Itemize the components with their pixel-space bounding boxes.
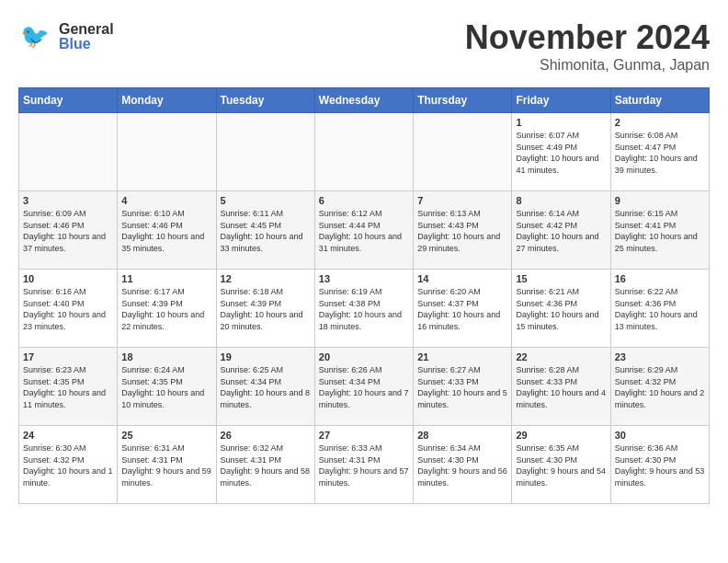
day-number: 5 [221, 195, 311, 206]
day-details: Sunrise: 6:12 AM Sunset: 4:44 PM Dayligh… [319, 208, 409, 254]
calendar-cell [414, 113, 512, 191]
calendar-cell: 8Sunrise: 6:14 AM Sunset: 4:42 PM Daylig… [512, 191, 610, 270]
calendar-cell: 23Sunrise: 6:29 AM Sunset: 4:32 PM Dayli… [610, 348, 709, 426]
calendar-cell: 15Sunrise: 6:21 AM Sunset: 4:36 PM Dayli… [512, 270, 610, 348]
day-header-thursday: Thursday [414, 88, 512, 113]
page-header: 🐦 General Blue November 2024 Shimonita, … [18, 18, 710, 74]
calendar-cell [118, 113, 216, 191]
page-container: 🐦 General Blue November 2024 Shimonita, … [0, 0, 728, 513]
calendar-cell: 12Sunrise: 6:18 AM Sunset: 4:39 PM Dayli… [216, 270, 314, 348]
logo-label: General Blue [59, 22, 114, 52]
calendar-cell: 2Sunrise: 6:08 AM Sunset: 4:47 PM Daylig… [610, 113, 709, 191]
calendar-subtitle: Shimonita, Gunma, Japan [465, 57, 710, 74]
day-number: 17 [23, 351, 113, 362]
day-details: Sunrise: 6:24 AM Sunset: 4:35 PM Dayligh… [121, 364, 211, 410]
day-details: Sunrise: 6:07 AM Sunset: 4:49 PM Dayligh… [516, 130, 606, 176]
day-number: 10 [23, 273, 113, 284]
day-number: 24 [23, 430, 113, 441]
day-number: 8 [516, 195, 606, 206]
calendar-cell: 6Sunrise: 6:12 AM Sunset: 4:44 PM Daylig… [314, 191, 413, 270]
title-block: November 2024 Shimonita, Gunma, Japan [465, 18, 710, 74]
day-header-wednesday: Wednesday [314, 88, 413, 113]
day-number: 12 [221, 273, 311, 284]
day-details: Sunrise: 6:31 AM Sunset: 4:31 PM Dayligh… [121, 442, 211, 488]
day-number: 13 [319, 273, 409, 284]
calendar-cell: 28Sunrise: 6:34 AM Sunset: 4:30 PM Dayli… [414, 426, 512, 504]
day-header-monday: Monday [118, 88, 216, 113]
day-details: Sunrise: 6:14 AM Sunset: 4:42 PM Dayligh… [516, 208, 606, 254]
day-details: Sunrise: 6:26 AM Sunset: 4:34 PM Dayligh… [319, 364, 409, 410]
day-details: Sunrise: 6:28 AM Sunset: 4:33 PM Dayligh… [516, 364, 606, 410]
calendar-body: 1Sunrise: 6:07 AM Sunset: 4:49 PM Daylig… [19, 113, 710, 504]
day-details: Sunrise: 6:20 AM Sunset: 4:37 PM Dayligh… [417, 286, 507, 332]
day-details: Sunrise: 6:29 AM Sunset: 4:32 PM Dayligh… [615, 364, 705, 410]
calendar-week-3: 10Sunrise: 6:16 AM Sunset: 4:40 PM Dayli… [19, 270, 710, 348]
day-details: Sunrise: 6:25 AM Sunset: 4:34 PM Dayligh… [221, 364, 311, 410]
calendar-cell: 9Sunrise: 6:15 AM Sunset: 4:41 PM Daylig… [610, 191, 709, 270]
calendar-cell: 5Sunrise: 6:11 AM Sunset: 4:45 PM Daylig… [216, 191, 314, 270]
logo-blue-text: Blue [59, 37, 114, 52]
day-header-sunday: Sunday [19, 88, 118, 113]
calendar-cell: 18Sunrise: 6:24 AM Sunset: 4:35 PM Dayli… [118, 348, 216, 426]
calendar-cell: 26Sunrise: 6:32 AM Sunset: 4:31 PM Dayli… [216, 426, 314, 504]
day-number: 16 [615, 273, 705, 284]
day-number: 20 [319, 351, 409, 362]
calendar-cell: 25Sunrise: 6:31 AM Sunset: 4:31 PM Dayli… [118, 426, 216, 504]
day-number: 25 [121, 430, 211, 441]
calendar-cell: 1Sunrise: 6:07 AM Sunset: 4:49 PM Daylig… [512, 113, 610, 191]
day-number: 23 [615, 351, 705, 362]
day-number: 27 [319, 430, 409, 441]
day-number: 9 [615, 195, 705, 206]
day-number: 28 [417, 430, 507, 441]
day-details: Sunrise: 6:18 AM Sunset: 4:39 PM Dayligh… [221, 286, 311, 332]
calendar-cell: 24Sunrise: 6:30 AM Sunset: 4:32 PM Dayli… [19, 426, 118, 504]
day-number: 1 [516, 117, 606, 128]
day-details: Sunrise: 6:23 AM Sunset: 4:35 PM Dayligh… [23, 364, 113, 410]
day-details: Sunrise: 6:08 AM Sunset: 4:47 PM Dayligh… [615, 130, 705, 176]
calendar-cell [19, 113, 118, 191]
day-details: Sunrise: 6:35 AM Sunset: 4:30 PM Dayligh… [516, 442, 606, 488]
day-details: Sunrise: 6:11 AM Sunset: 4:45 PM Dayligh… [221, 208, 311, 254]
calendar-cell: 19Sunrise: 6:25 AM Sunset: 4:34 PM Dayli… [216, 348, 314, 426]
calendar-week-4: 17Sunrise: 6:23 AM Sunset: 4:35 PM Dayli… [19, 348, 710, 426]
day-details: Sunrise: 6:13 AM Sunset: 4:43 PM Dayligh… [417, 208, 507, 254]
day-header-friday: Friday [512, 88, 610, 113]
days-header-row: SundayMondayTuesdayWednesdayThursdayFrid… [19, 88, 710, 113]
day-details: Sunrise: 6:33 AM Sunset: 4:31 PM Dayligh… [319, 442, 409, 488]
calendar-cell [216, 113, 314, 191]
day-details: Sunrise: 6:19 AM Sunset: 4:38 PM Dayligh… [319, 286, 409, 332]
day-details: Sunrise: 6:21 AM Sunset: 4:36 PM Dayligh… [516, 286, 606, 332]
day-number: 30 [615, 430, 705, 441]
day-details: Sunrise: 6:16 AM Sunset: 4:40 PM Dayligh… [23, 286, 113, 332]
day-number: 22 [516, 351, 606, 362]
day-header-saturday: Saturday [610, 88, 709, 113]
day-header-tuesday: Tuesday [216, 88, 314, 113]
day-details: Sunrise: 6:30 AM Sunset: 4:32 PM Dayligh… [23, 442, 113, 488]
day-number: 15 [516, 273, 606, 284]
calendar-cell: 13Sunrise: 6:19 AM Sunset: 4:38 PM Dayli… [314, 270, 413, 348]
calendar-week-5: 24Sunrise: 6:30 AM Sunset: 4:32 PM Dayli… [19, 426, 710, 504]
day-number: 3 [23, 195, 113, 206]
calendar-cell: 17Sunrise: 6:23 AM Sunset: 4:35 PM Dayli… [19, 348, 118, 426]
day-number: 18 [121, 351, 211, 362]
svg-text:🐦: 🐦 [20, 22, 50, 51]
day-number: 4 [121, 195, 211, 206]
logo: 🐦 General Blue [18, 18, 114, 55]
calendar-header: SundayMondayTuesdayWednesdayThursdayFrid… [19, 88, 710, 113]
day-details: Sunrise: 6:15 AM Sunset: 4:41 PM Dayligh… [615, 208, 705, 254]
calendar-cell: 16Sunrise: 6:22 AM Sunset: 4:36 PM Dayli… [610, 270, 709, 348]
calendar-cell: 27Sunrise: 6:33 AM Sunset: 4:31 PM Dayli… [314, 426, 413, 504]
calendar-cell: 14Sunrise: 6:20 AM Sunset: 4:37 PM Dayli… [414, 270, 512, 348]
day-details: Sunrise: 6:22 AM Sunset: 4:36 PM Dayligh… [615, 286, 705, 332]
calendar-cell: 4Sunrise: 6:10 AM Sunset: 4:46 PM Daylig… [118, 191, 216, 270]
day-number: 14 [417, 273, 507, 284]
calendar-cell: 11Sunrise: 6:17 AM Sunset: 4:39 PM Dayli… [118, 270, 216, 348]
calendar-table: SundayMondayTuesdayWednesdayThursdayFrid… [18, 87, 710, 504]
calendar-cell: 10Sunrise: 6:16 AM Sunset: 4:40 PM Dayli… [19, 270, 118, 348]
day-number: 29 [516, 430, 606, 441]
calendar-cell: 22Sunrise: 6:28 AM Sunset: 4:33 PM Dayli… [512, 348, 610, 426]
calendar-cell: 7Sunrise: 6:13 AM Sunset: 4:43 PM Daylig… [414, 191, 512, 270]
day-details: Sunrise: 6:10 AM Sunset: 4:46 PM Dayligh… [121, 208, 211, 254]
calendar-week-2: 3Sunrise: 6:09 AM Sunset: 4:46 PM Daylig… [19, 191, 710, 270]
day-number: 6 [319, 195, 409, 206]
